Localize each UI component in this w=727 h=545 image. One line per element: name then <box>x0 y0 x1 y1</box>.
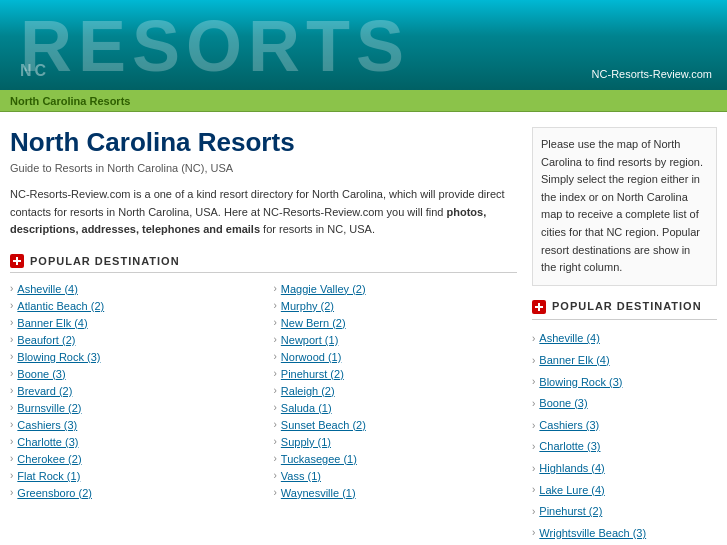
city-link[interactable]: Brevard (2) <box>17 385 72 397</box>
city-link[interactable]: New Bern (2) <box>281 317 346 329</box>
list-item: ›Asheville (4) <box>532 330 717 348</box>
list-item: ›Cashiers (3) <box>532 417 717 435</box>
list-item: ›Boone (3) <box>10 368 254 380</box>
arrow-icon: › <box>10 419 13 430</box>
city-link[interactable]: Burnsville (2) <box>17 402 81 414</box>
header-subtitle: NC <box>20 62 49 80</box>
list-item: ›Beaufort (2) <box>10 334 254 346</box>
plus-icon <box>10 254 24 268</box>
list-item: ›Blowing Rock (3) <box>532 374 717 392</box>
arrow-icon: › <box>532 331 535 347</box>
list-item: ›Vass (1) <box>274 470 518 482</box>
city-link[interactable]: Maggie Valley (2) <box>281 283 366 295</box>
city-link[interactable]: Asheville (4) <box>17 283 78 295</box>
arrow-icon: › <box>532 482 535 498</box>
list-item: ›Banner Elk (4) <box>10 317 254 329</box>
city-link[interactable]: Newport (1) <box>281 334 338 346</box>
page-description: NC-Resorts-Review.com is a one of a kind… <box>10 186 517 239</box>
sidebar-plus-icon <box>532 300 546 314</box>
city-link[interactable]: Supply (1) <box>281 436 331 448</box>
city-link[interactable]: Raleigh (2) <box>281 385 335 397</box>
list-item: ›Blowing Rock (3) <box>10 351 254 363</box>
city-link[interactable]: Charlotte (3) <box>17 436 78 448</box>
list-item: ›New Bern (2) <box>274 317 518 329</box>
city-link[interactable]: Sunset Beach (2) <box>281 419 366 431</box>
list-item: ›Greensboro (2) <box>10 487 254 499</box>
city-link[interactable]: Banner Elk (4) <box>17 317 87 329</box>
sidebar-city-link[interactable]: Blowing Rock (3) <box>539 374 622 392</box>
city-link[interactable]: Vass (1) <box>281 470 321 482</box>
sidebar-popular-destination-header: POPULAR DESTINATION <box>532 298 717 321</box>
arrow-icon: › <box>10 351 13 362</box>
header: RESORTS NC NC-Resorts-Review.com <box>0 0 727 90</box>
arrow-icon: › <box>10 283 13 294</box>
list-item: ›Wrightsville Beach (3) <box>532 525 717 543</box>
main-layout: North Carolina Resorts Guide to Resorts … <box>0 112 727 545</box>
list-item: ›Sunset Beach (2) <box>274 419 518 431</box>
arrow-icon: › <box>274 453 277 464</box>
city-link[interactable]: Norwood (1) <box>281 351 342 363</box>
arrow-icon: › <box>10 470 13 481</box>
sidebar-section-title: POPULAR DESTINATION <box>552 298 702 316</box>
arrow-icon: › <box>10 368 13 379</box>
city-link[interactable]: Beaufort (2) <box>17 334 75 346</box>
sidebar-city-link[interactable]: Lake Lure (4) <box>539 482 604 500</box>
list-item: ›Raleigh (2) <box>274 385 518 397</box>
arrow-icon: › <box>10 402 13 413</box>
arrow-icon: › <box>274 470 277 481</box>
city-link[interactable]: Atlantic Beach (2) <box>17 300 104 312</box>
arrow-icon: › <box>10 436 13 447</box>
arrow-icon: › <box>274 283 277 294</box>
sidebar-city-link[interactable]: Charlotte (3) <box>539 438 600 456</box>
list-item: ›Lake Lure (4) <box>532 482 717 500</box>
list-item: ›Boone (3) <box>532 395 717 413</box>
sidebar-city-link[interactable]: Highlands (4) <box>539 460 604 478</box>
arrow-icon: › <box>274 334 277 345</box>
page-title: North Carolina Resorts <box>10 127 517 158</box>
sidebar-city-link[interactable]: Wrightsville Beach (3) <box>539 525 646 543</box>
list-item: ›Newport (1) <box>274 334 518 346</box>
right-sidebar: Please use the map of North Carolina to … <box>532 127 717 545</box>
list-item: ›Maggie Valley (2) <box>274 283 518 295</box>
breadcrumb[interactable]: North Carolina Resorts <box>10 95 130 107</box>
city-link[interactable]: Blowing Rock (3) <box>17 351 100 363</box>
list-item: ›Atlantic Beach (2) <box>10 300 254 312</box>
arrow-icon: › <box>10 334 13 345</box>
desc-text-1: NC-Resorts-Review.com is a one of a kind… <box>10 188 505 218</box>
nav-bar: North Carolina Resorts <box>0 90 727 112</box>
arrow-icon: › <box>274 300 277 311</box>
city-link[interactable]: Boone (3) <box>17 368 65 380</box>
city-link[interactable]: Tuckasegee (1) <box>281 453 357 465</box>
list-item: ›Brevard (2) <box>10 385 254 397</box>
sidebar-city-link[interactable]: Pinehurst (2) <box>539 503 602 521</box>
list-item: ›Flat Rock (1) <box>10 470 254 482</box>
list-item: ›Murphy (2) <box>274 300 518 312</box>
sidebar-city-link[interactable]: Banner Elk (4) <box>539 352 609 370</box>
list-item: ›Tuckasegee (1) <box>274 453 518 465</box>
arrow-icon: › <box>274 436 277 447</box>
arrow-icon: › <box>532 396 535 412</box>
city-link[interactable]: Pinehurst (2) <box>281 368 344 380</box>
left-content: North Carolina Resorts Guide to Resorts … <box>10 127 517 545</box>
city-link[interactable]: Saluda (1) <box>281 402 332 414</box>
list-item: ›Saluda (1) <box>274 402 518 414</box>
desc-text-2: for resorts in NC, USA. <box>260 223 375 235</box>
city-link[interactable]: Waynesville (1) <box>281 487 356 499</box>
list-item: ›Charlotte (3) <box>532 438 717 456</box>
city-link[interactable]: Cashiers (3) <box>17 419 77 431</box>
city-link[interactable]: Greensboro (2) <box>17 487 92 499</box>
site-url: NC-Resorts-Review.com <box>592 68 712 80</box>
city-link[interactable]: Murphy (2) <box>281 300 334 312</box>
city-link[interactable]: Flat Rock (1) <box>17 470 80 482</box>
sidebar-city-link[interactable]: Asheville (4) <box>539 330 600 348</box>
arrow-icon: › <box>274 385 277 396</box>
sidebar-city-link[interactable]: Cashiers (3) <box>539 417 599 435</box>
arrow-icon: › <box>274 402 277 413</box>
list-item: ›Waynesville (1) <box>274 487 518 499</box>
city-link[interactable]: Cherokee (2) <box>17 453 81 465</box>
sidebar-city-link[interactable]: Boone (3) <box>539 395 587 413</box>
arrow-icon: › <box>10 317 13 328</box>
arrow-icon: › <box>274 368 277 379</box>
arrow-icon: › <box>10 385 13 396</box>
sidebar-cities-list: ›Asheville (4)›Banner Elk (4)›Blowing Ro… <box>532 330 717 542</box>
